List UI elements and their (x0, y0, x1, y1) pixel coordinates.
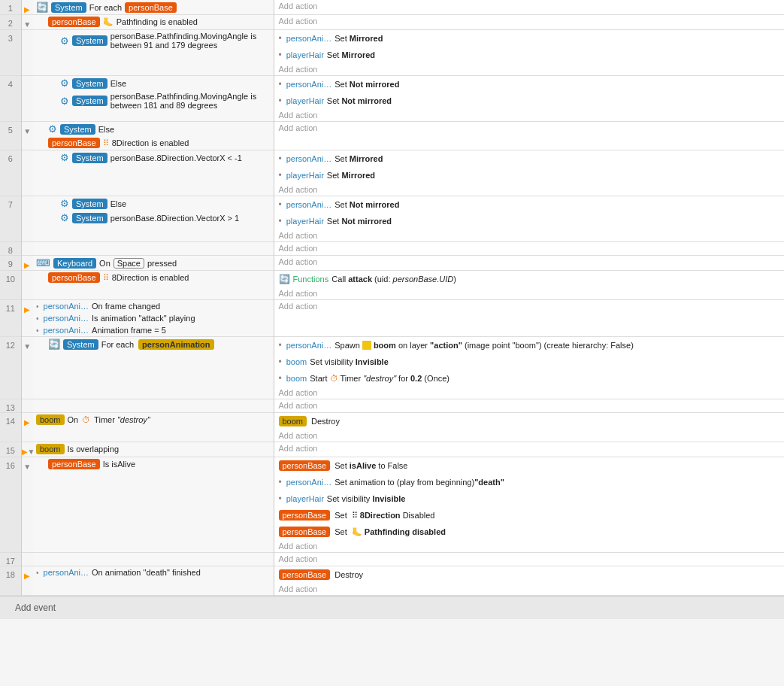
actions-cell: Add action (274, 0, 784, 15)
add-action-label[interactable]: Add action (274, 242, 785, 254)
row-number: 15 (0, 442, 21, 457)
bullet: • (279, 340, 282, 351)
sheet-row: 9▶ ⌨ Keyboard On Space pressed Add actio… (0, 256, 784, 271)
action-item: personBase Destroy (274, 566, 785, 583)
conditions-cell: boom Is overlapping (33, 442, 274, 457)
cond-obj: personAni… (44, 568, 89, 577)
add-event-button[interactable]: Add event (0, 596, 784, 619)
functions-label: Functions (293, 275, 329, 284)
action-item: • personAni… Set Mirrored (274, 30, 785, 47)
add-action-label[interactable]: Add action (274, 109, 785, 121)
func-icon: 🔄 (279, 274, 290, 284)
row-number: 1 (0, 0, 21, 15)
conditions-cell: ⚙ System personBase.8Direction.VectorX <… (33, 150, 274, 196)
conditions-cell: personBase 🦶 Pathfinding is enabled (33, 15, 274, 30)
action-obj: personAni… (286, 154, 332, 163)
actions-cell: Add action (274, 256, 784, 271)
add-action-label[interactable]: Add action (274, 184, 785, 196)
arrow-icon[interactable]: ▶ (24, 305, 30, 314)
action-obj: boom (286, 374, 307, 383)
row-number: 14 (0, 413, 21, 442)
row-number: 18 (0, 566, 21, 596)
row-number: 16 (0, 457, 21, 553)
actions-cell: Add action (274, 442, 784, 457)
add-action-label[interactable]: Add action (274, 442, 785, 454)
add-action-label[interactable]: Add action (274, 387, 785, 399)
row-arrow: ▶▼ (21, 442, 33, 457)
condition-item: ⚙ System Else (33, 196, 274, 211)
gear-icon: ⚙ (60, 212, 69, 223)
action-item: personBase Set isAlive to False (274, 457, 785, 474)
keyboard-icon: ⌨ (36, 257, 50, 269)
action-item: • playerHair Set Not mirrored (274, 213, 785, 229)
sheet-row: 1▶ 🔄 System For each personBase Add acti… (0, 0, 784, 15)
cond-obj: personAni… (44, 326, 89, 335)
actions-cell: • personAni… Set Mirrored • playerHair S… (274, 150, 784, 196)
arrow-icon[interactable]: ▶ (24, 418, 30, 426)
action-item: • playerHair Set Mirrored (274, 47, 785, 63)
action-obj: personAni… (286, 200, 332, 209)
action-obj: boom (286, 357, 307, 366)
conditions-cell: ⚙ System Else personBase ⠿ 8Direction is… (33, 122, 274, 150)
add-action-label[interactable]: Add action (274, 399, 785, 411)
add-action-label[interactable]: Add action (274, 229, 785, 241)
condition-item: ⌨ Keyboard On Space pressed (33, 256, 274, 270)
actions-cell: Add action (274, 122, 784, 150)
row-number: 6 (0, 150, 21, 196)
conditions-cell (33, 553, 274, 566)
add-action-label[interactable]: Add action (274, 540, 785, 552)
arrow-icon[interactable]: ▶ (24, 5, 30, 14)
actions-cell: Add action (274, 242, 784, 256)
arrow2-icon[interactable]: ▼ (28, 448, 35, 456)
add-action-label[interactable]: Add action (274, 583, 785, 595)
cond-obj: personAni… (44, 302, 89, 311)
action-item: • personAni… Set Not mirrored (274, 76, 785, 93)
condition-item: ⚙ System personBase.8Direction.VectorX <… (33, 150, 274, 165)
action-item: • playerHair Set visibility Invisible (274, 490, 785, 507)
add-action-label[interactable]: Add action (274, 122, 785, 134)
bullet-icon: • (36, 314, 39, 323)
arrow-icon[interactable]: ▶ (24, 261, 30, 269)
add-action-label[interactable]: Add action (274, 0, 785, 12)
row-number: 12 (0, 337, 21, 399)
conditions-cell: boom On ⏱ Timer "destroy" (33, 413, 274, 442)
add-action-label[interactable]: Add action (274, 300, 785, 312)
key-badge: Space (114, 258, 144, 269)
sheet-row: 14▶ boom On ⏱ Timer "destroy" boom Destr… (0, 413, 784, 442)
bullet: • (279, 153, 282, 164)
arrow-icon[interactable]: ▼ (23, 342, 31, 351)
add-action-label[interactable]: Add action (274, 15, 785, 27)
gear-icon: ⚙ (60, 96, 69, 107)
condition-item: ⚙ System personBase.Pathfinding.MovingAn… (33, 90, 274, 111)
add-action-label[interactable]: Add action (274, 287, 785, 299)
arrow-icon[interactable]: ▼ (23, 127, 31, 135)
row-arrow (21, 196, 33, 242)
condition-item: ⚙ System personBase.Pathfinding.MovingAn… (33, 30, 274, 51)
cond-obj: personAni… (44, 314, 89, 323)
add-action-label[interactable]: Add action (274, 553, 785, 565)
row-number: 8 (0, 242, 21, 256)
action-item: • playerHair Set Not mirrored (274, 93, 785, 109)
gear-icon: ⚙ (60, 35, 69, 47)
cond-icon: 🦶 (103, 17, 114, 27)
add-action-label[interactable]: Add action (274, 63, 785, 75)
arrow-icon[interactable]: ▶ (22, 448, 28, 456)
row-number: 5 (0, 122, 21, 150)
arrow-icon[interactable]: ▼ (23, 20, 31, 29)
gear-icon: ⚙ (48, 123, 57, 135)
row-arrow: ▼ (21, 457, 33, 553)
add-action-label[interactable]: Add action (274, 430, 785, 442)
gear-icon: ⚙ (60, 198, 69, 209)
arrow-icon[interactable]: ▶ (24, 572, 30, 580)
actions-cell: • personAni… Set Mirrored • playerHair S… (274, 30, 784, 76)
arrow-icon[interactable]: ▼ (23, 463, 31, 471)
bullet: • (279, 357, 282, 367)
sheet-row: 12▼ 🔄 System For each personAnimation • … (0, 337, 784, 399)
row-number: 9 (0, 256, 21, 271)
add-action-label[interactable]: Add action (274, 256, 785, 268)
action-badge: personBase (279, 460, 331, 471)
bullet: • (279, 493, 282, 504)
timer-icon: ⏱ (82, 415, 90, 424)
sheet-row: 8Add action (0, 242, 784, 256)
condition-item: personBase 🦶 Pathfinding is enabled (33, 15, 274, 29)
